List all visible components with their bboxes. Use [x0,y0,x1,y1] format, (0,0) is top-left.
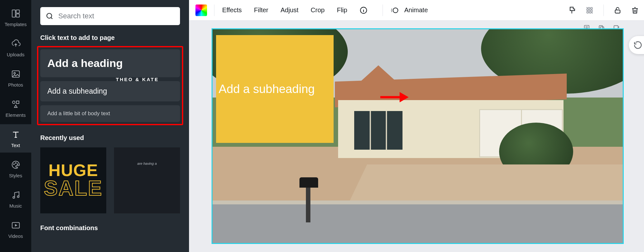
svg-point-5 [12,101,15,103]
style-copy-button[interactable] [567,5,577,15]
svg-point-4 [14,72,15,74]
refresh-button[interactable] [629,36,644,54]
flip-button[interactable]: Flip [336,5,348,15]
rail-text[interactable]: Text [0,124,31,153]
svg-point-11 [17,196,19,198]
rail-music[interactable]: Music [0,185,31,213]
svg-point-13 [47,13,52,18]
styles-icon [10,159,21,170]
info-icon[interactable] [359,5,368,15]
delete-button[interactable] [630,5,640,15]
rail-label: Uploads [7,52,24,57]
adjust-button[interactable]: Adjust [280,5,299,15]
videos-icon [10,220,21,231]
search-icon [45,12,54,20]
main-area: Effects Filter Adjust Crop Flip Animate [189,0,644,252]
search-input[interactable] [58,12,175,20]
text-panel: Click text to add to page Add a heading … [31,0,189,252]
canvas-text-element[interactable]: Add a subheading [219,82,315,96]
elements-icon [10,99,21,110]
filter-button[interactable]: Filter [253,5,269,15]
text-icon [10,129,21,140]
canvas-shape-element[interactable]: Add a subheading [216,35,334,143]
rail-label: Videos [8,233,23,239]
effects-button[interactable]: Effects [222,5,242,15]
animate-icon [390,5,400,15]
rail-videos[interactable]: Videos [0,215,31,243]
rail-label: Elements [5,112,26,118]
divider [214,5,214,16]
canvas-background-image [299,177,318,188]
add-heading-button[interactable]: Add a heading [40,49,180,77]
transparency-button[interactable] [585,5,594,15]
divider [383,5,383,16]
svg-point-15 [393,8,398,13]
rail-styles[interactable]: Styles [0,154,31,183]
canvas-wrap: Add a subheading [189,21,644,252]
canvas-background-image [306,184,310,222]
rail-photos[interactable]: Photos [0,64,31,92]
nav-rail: Templates Uploads Photos Elements Text [0,0,31,252]
music-icon [10,190,21,201]
svg-rect-0 [12,10,15,17]
svg-point-9 [17,163,18,164]
rail-label: Music [9,203,22,209]
rail-label: Photos [8,82,23,88]
svg-rect-1 [16,10,19,13]
svg-rect-2 [16,14,19,17]
recent-row: HUGE SALE THEO & KATE are having a BABY … [40,147,180,213]
rail-templates[interactable]: Templates [0,3,31,32]
rail-label: Styles [9,173,22,178]
rail-uploads[interactable]: Uploads [0,33,31,62]
templates-icon [10,8,21,19]
uploads-icon [10,38,21,49]
svg-point-7 [14,163,14,164]
divider [603,5,604,16]
section-title: Click text to add to page [40,34,180,42]
photos-icon [10,69,21,79]
rail-elements[interactable]: Elements [0,94,31,122]
animate-button[interactable]: Animate [403,5,428,15]
lock-button[interactable] [613,5,622,15]
svg-rect-20 [615,10,620,13]
svg-rect-6 [16,101,19,103]
rail-label: Text [11,143,20,148]
top-toolbar: Effects Filter Adjust Crop Flip Animate [189,0,644,21]
rail-label: Templates [5,22,26,27]
recent-template-baby-boy[interactable]: THEO & KATE are having a BABY BOY! [114,147,180,213]
svg-rect-16 [586,7,593,14]
search-box[interactable] [40,7,180,25]
canvas-background-image [213,204,623,243]
svg-point-10 [13,196,15,198]
svg-point-8 [15,163,16,163]
design-canvas[interactable]: Add a subheading [212,28,624,244]
crop-button[interactable]: Crop [310,5,325,15]
color-picker-button[interactable] [195,5,207,16]
